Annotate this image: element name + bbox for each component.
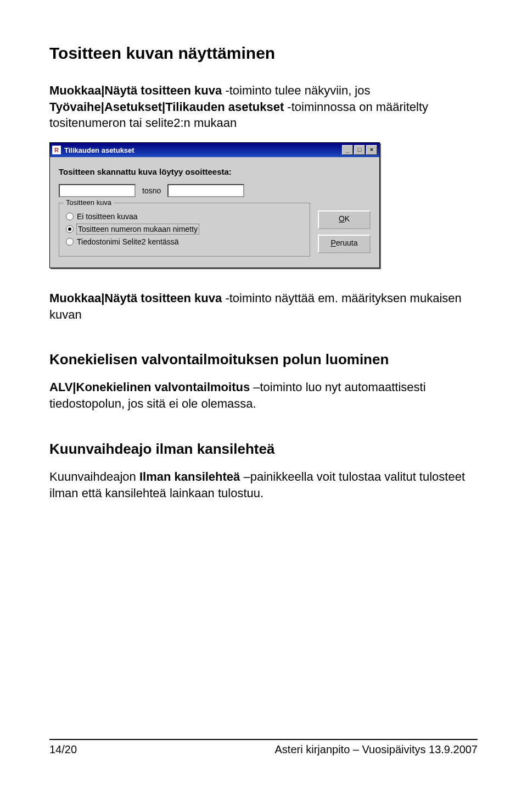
page-title: Tositteen kuvan näyttäminen: [49, 44, 478, 63]
radio-icon: [66, 225, 74, 233]
menu-path-3: Muokkaa|Näytä tositteen kuva: [49, 291, 222, 305]
dialog-titlebar: R Tilikauden asetukset _ □ ×: [50, 143, 379, 157]
radio-label-selite2: Tiedostonimi Selite2 kentässä: [77, 237, 178, 246]
path-input-2[interactable]: [167, 184, 244, 197]
heading-kuunvaihdeajo: Kuunvaihdeajo ilman kansilehteä: [49, 441, 478, 458]
close-button[interactable]: ×: [366, 145, 377, 155]
radio-option-by-number[interactable]: Tositteen numeron mukaan nimetty: [66, 224, 303, 234]
dialog-body: Tositteen skannattu kuva löytyy osoittee…: [50, 157, 379, 268]
radio-option-none[interactable]: Ei tositteen kuvaa: [66, 212, 303, 221]
radio-label-by-number: Tositteen numeron mukaan nimetty: [77, 224, 199, 234]
groupbox-legend: Tositteen kuva: [64, 198, 114, 207]
maximize-button[interactable]: □: [354, 145, 365, 155]
settings-dialog: R Tilikauden asetukset _ □ × Tositteen s…: [49, 142, 380, 268]
cancel-button[interactable]: Peruuta: [318, 235, 371, 253]
radio-label-none: Ei tositteen kuvaa: [77, 212, 138, 221]
cancel-label: eruuta: [336, 238, 358, 247]
image-source-groupbox: Tositteen kuva Ei tositteen kuvaa Tositt…: [59, 203, 310, 257]
radio-icon: [66, 213, 74, 220]
page-number: 14/20: [49, 743, 77, 756]
tosno-label: tosno: [142, 186, 161, 195]
minimize-button[interactable]: _: [342, 145, 353, 155]
intro-mid: -toiminto tulee näkyviin, jos: [222, 84, 370, 97]
dialog-prompt: Tositteen skannattu kuva löytyy osoittee…: [59, 167, 371, 176]
menu-path-alv: ALV|Konekielinen valvontailmoitus: [49, 380, 250, 394]
para-valvontailmoitus: ALV|Konekielinen valvontailmoitus –toimi…: [49, 379, 478, 411]
radio-icon: [66, 238, 74, 246]
para4-pre: Kuunvaihdeajon: [49, 470, 139, 483]
para-after-dialog: Muokkaa|Näytä tositteen kuva -toiminto n…: [49, 290, 478, 322]
radio-option-selite2[interactable]: Tiedostonimi Selite2 kentässä: [66, 237, 303, 246]
ok-label: K: [345, 214, 350, 223]
ok-button[interactable]: OK: [318, 210, 371, 229]
menu-path-2: Työvaihe|Asetukset|Tilikauden asetukset: [49, 100, 284, 114]
footer-title: Asteri kirjanpito – Vuosipäivitys 13.9.2…: [275, 743, 478, 756]
button-name-ilman-kansilehtea: Ilman kansilehteä: [139, 470, 240, 483]
app-icon: R: [52, 146, 61, 154]
intro-paragraph: Muokkaa|Näytä tositteen kuva -toiminto t…: [49, 82, 478, 131]
dialog-title: Tilikauden asetukset: [64, 146, 342, 154]
heading-valvontailmoitus: Konekielisen valvontailmoituksen polun l…: [49, 351, 478, 368]
page-footer: 14/20 Asteri kirjanpito – Vuosipäivitys …: [49, 739, 478, 769]
para-kuunvaihdeajo: Kuunvaihdeajon Ilman kansilehteä –painik…: [49, 469, 478, 501]
menu-path-1: Muokkaa|Näytä tositteen kuva: [49, 84, 222, 97]
path-input-1[interactable]: [59, 184, 136, 197]
